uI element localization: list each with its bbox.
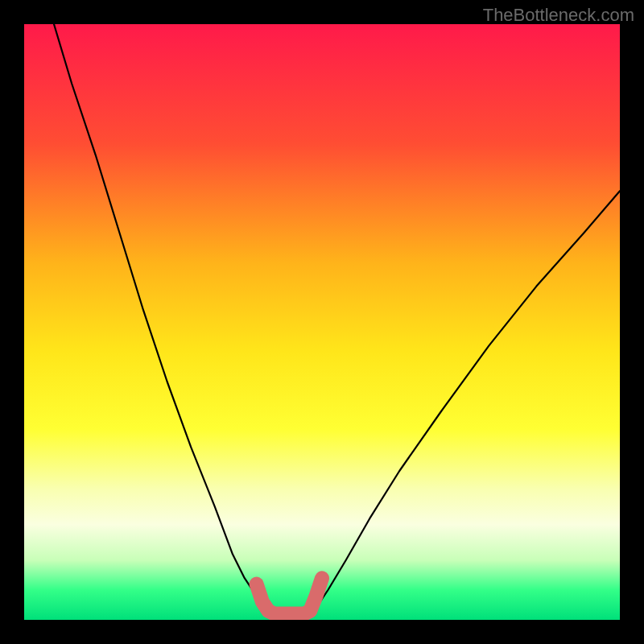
chart-svg bbox=[24, 24, 620, 620]
chart-background bbox=[24, 24, 620, 620]
chart-plot-area bbox=[24, 24, 620, 620]
watermark-text: TheBottleneck.com bbox=[483, 5, 634, 26]
